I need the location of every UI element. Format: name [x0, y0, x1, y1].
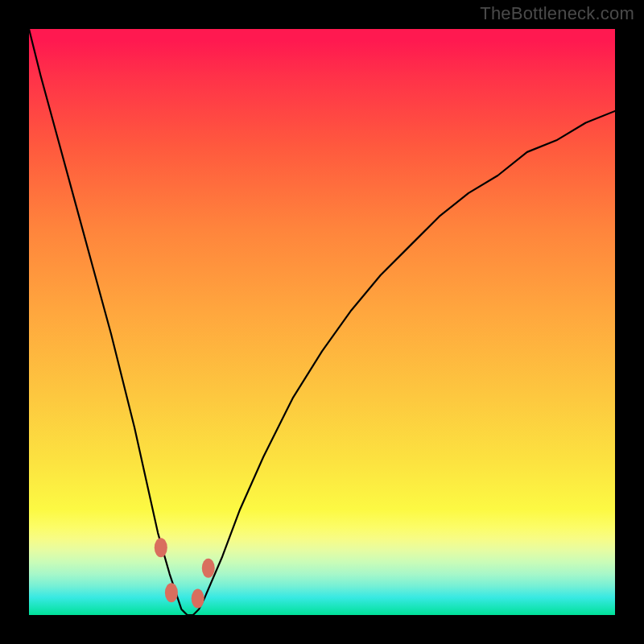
marker-point — [165, 583, 178, 602]
plot-area — [29, 29, 615, 615]
marker-point — [155, 538, 167, 557]
figure-root: TheBottleneck.com — [0, 0, 644, 644]
marker-point — [192, 589, 204, 609]
bottleneck-curve — [29, 29, 615, 615]
watermark-text: TheBottleneck.com — [480, 3, 634, 24]
marker-point — [202, 559, 215, 578]
chart-svg — [29, 29, 615, 615]
curve-markers — [155, 538, 215, 608]
